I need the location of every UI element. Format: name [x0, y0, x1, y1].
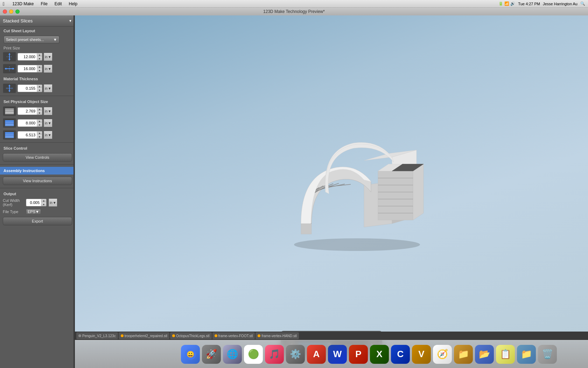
- cut-width-row: Cut Width (Kerf) ▲ ▼ in ▼: [0, 197, 75, 208]
- dock-icon-app-c[interactable]: C: [391, 345, 410, 364]
- width-input[interactable]: [18, 67, 37, 71]
- phys-x-decrement-button[interactable]: ▼: [37, 111, 42, 115]
- width-unit-label: in: [45, 67, 48, 71]
- search-icon[interactable]: 🔍: [580, 1, 585, 6]
- height-unit-label: in: [45, 55, 48, 59]
- phys-x-icon: [3, 106, 16, 116]
- svg-marker-2: [8, 59, 10, 61]
- svg-rect-21: [5, 134, 14, 135]
- height-input[interactable]: [18, 55, 37, 59]
- phys-z-unit-select[interactable]: in ▼: [44, 131, 52, 139]
- viewport: Part: 9-1 ◀ ▶ Step 16 of 34 Penguin_V2_L…: [75, 15, 588, 368]
- phys-x-unit-select[interactable]: in ▼: [44, 107, 52, 115]
- dock-icon-app-red[interactable]: A: [307, 345, 326, 364]
- edit-menu[interactable]: Edit: [53, 1, 63, 6]
- svg-rect-20: [5, 132, 14, 134]
- task-dot-frame-hand: [258, 334, 260, 337]
- height-icon: [3, 52, 16, 62]
- minimize-button[interactable]: [9, 9, 13, 14]
- phys-x-input-wrap: ▲ ▼: [18, 107, 42, 115]
- dock-icon-launchpad[interactable]: 🚀: [202, 345, 221, 364]
- phys-y-input[interactable]: [18, 121, 37, 125]
- print-size-label: Print Size: [0, 45, 75, 51]
- dock-icon-powerpoint[interactable]: P: [349, 345, 368, 364]
- task-dot-frame-foot: [215, 334, 217, 337]
- dock-icon-trash[interactable]: 🗑️: [538, 345, 557, 364]
- phys-x-increment-button[interactable]: ▲: [37, 107, 42, 111]
- app-name-menu[interactable]: 123D Make: [11, 1, 35, 6]
- phys-y-unit-select[interactable]: in ▼: [44, 119, 52, 127]
- view-instructions-button[interactable]: View Instructions: [3, 177, 72, 185]
- cut-width-increment-button[interactable]: ▲: [41, 199, 46, 203]
- svg-rect-19: [5, 125, 14, 126]
- taskbar-item-frame-foot[interactable]: frame-vertex-FOOT.stl: [212, 332, 255, 339]
- svg-rect-13: [5, 110, 14, 111]
- dock-icon-chrome[interactable]: 🟢: [244, 345, 263, 364]
- svg-rect-23: [5, 137, 14, 138]
- close-button[interactable]: [3, 9, 7, 14]
- thickness-unit-arrow-icon: ▼: [48, 87, 51, 90]
- slice-control-header: Slice Control: [0, 144, 75, 152]
- thickness-input[interactable]: [18, 86, 37, 90]
- cut-width-input[interactable]: [26, 200, 41, 205]
- dock-icon-safari[interactable]: 🧭: [433, 345, 452, 364]
- view-controls-button[interactable]: View Controls: [3, 153, 72, 162]
- height-decrement-button[interactable]: ▼: [37, 57, 42, 61]
- dock-icon-folder-light[interactable]: 📁: [517, 345, 536, 364]
- help-menu[interactable]: Help: [68, 1, 79, 6]
- cut-width-unit-arrow-icon: ▼: [53, 201, 56, 205]
- export-button[interactable]: Export: [3, 217, 72, 225]
- width-input-wrap: ▲ ▼: [18, 65, 42, 73]
- phys-y-increment-button[interactable]: ▲: [37, 119, 42, 123]
- phys-x-unit-label: in: [45, 109, 48, 113]
- dock-icon-itunes[interactable]: 🎵: [265, 345, 284, 364]
- dock-icon-files[interactable]: 📁: [454, 345, 473, 364]
- thickness-unit-select[interactable]: in ▼: [44, 84, 52, 92]
- taskbar-item-frame-hand[interactable]: frame-vertex-HAND.stl: [255, 332, 299, 339]
- phys-y-decrement-button[interactable]: ▼: [37, 123, 42, 127]
- dock-icon-finder[interactable]: 😀: [181, 345, 200, 364]
- taskbar-item-trooper[interactable]: trooperhelemt2_repaired.stl: [119, 332, 169, 339]
- svg-rect-22: [5, 136, 14, 137]
- phys-z-stepper: ▲ ▼: [37, 131, 42, 139]
- dock-icon-excel[interactable]: X: [370, 345, 389, 364]
- phys-x-input[interactable]: [18, 109, 37, 113]
- dock-icon-browser[interactable]: 🌐: [223, 345, 242, 364]
- phys-z-increment-button[interactable]: ▲: [37, 131, 42, 135]
- phys-z-decrement-button[interactable]: ▼: [37, 135, 42, 139]
- cut-width-decrement-button[interactable]: ▼: [41, 203, 46, 206]
- file-menu[interactable]: File: [40, 1, 49, 6]
- dock-icon-systemprefs[interactable]: ⚙️: [286, 345, 305, 364]
- stack-z-icon: [5, 131, 14, 139]
- taskbar-item-penguin[interactable]: Penguin_V2_L3.123c: [76, 332, 118, 339]
- cut-width-unit-select[interactable]: in ▼: [49, 199, 57, 206]
- svg-marker-5: [5, 68, 6, 70]
- task-dot-octopus: [172, 334, 175, 337]
- dock-icon-folder-blue[interactable]: 📂: [475, 345, 494, 364]
- technique-dropdown[interactable]: Stacked Slices ▼: [0, 15, 75, 27]
- phys-z-input[interactable]: [18, 133, 37, 137]
- task-dot-penguin: [78, 334, 81, 337]
- height-increment-button[interactable]: ▲: [37, 53, 42, 57]
- maximize-button[interactable]: [15, 9, 20, 14]
- phys-x-stepper: ▲ ▼: [37, 107, 42, 115]
- dock-icon-app-v[interactable]: V: [412, 345, 431, 364]
- apple-logo-icon[interactable]: : [3, 1, 5, 7]
- thickness-input-wrap: ▲ ▼: [18, 84, 42, 92]
- thickness-increment-button[interactable]: ▲: [37, 84, 42, 88]
- dock-icon-notes[interactable]: 📋: [496, 345, 515, 364]
- cut-width-input-wrap: ▲ ▼: [26, 199, 47, 206]
- width-increment-button[interactable]: ▲: [37, 65, 42, 69]
- assembly-instructions-header: Assembly Instructions: [0, 167, 75, 175]
- taskbar-item-octopus[interactable]: OctopusThickLegs.stl: [170, 332, 212, 339]
- username: Jesse Harrington Au: [543, 2, 578, 6]
- cut-width-unit-label: in: [50, 201, 52, 205]
- dock-icon-word[interactable]: W: [328, 345, 347, 364]
- preset-sheets-dropdown[interactable]: Select preset sheets... ▼: [4, 36, 59, 43]
- height-unit-select[interactable]: in ▼: [44, 53, 52, 61]
- thickness-decrement-button[interactable]: ▼: [37, 88, 42, 92]
- width-decrement-button[interactable]: ▼: [37, 69, 42, 73]
- width-unit-select[interactable]: in ▼: [44, 65, 52, 73]
- horizontal-arrow-icon: [5, 65, 14, 73]
- file-type-select[interactable]: EPS ▼: [26, 209, 41, 214]
